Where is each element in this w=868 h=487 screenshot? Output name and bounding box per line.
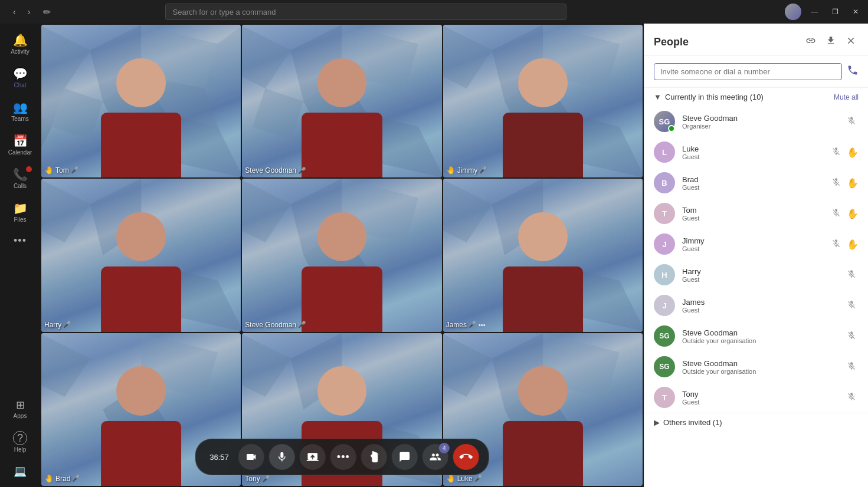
- participant-item-luke[interactable]: L Luke Guest ✋: [644, 137, 868, 167]
- sidebar-label-calls: Calls: [14, 183, 27, 189]
- close-button[interactable]: ✕: [848, 5, 863, 18]
- label-steve1: Steve Goodman: [245, 166, 296, 175]
- participant-actions-james: [844, 298, 859, 314]
- search-bar[interactable]: Search for or type a command: [165, 4, 566, 20]
- participant-item-tony[interactable]: T Tony Guest: [644, 382, 868, 413]
- back-button[interactable]: ‹: [9, 5, 19, 19]
- sidebar-item-device[interactable]: 💻: [4, 460, 37, 482]
- participant-name-tom: Tom: [682, 206, 822, 215]
- label-steve2: Steve Goodman: [245, 321, 296, 329]
- mute-participant-steve-ext2[interactable]: [844, 359, 859, 375]
- participant-info-steve-ext1: Steve Goodman Outside your organisation: [682, 328, 837, 344]
- participant-info-jimmy: Jimmy Guest: [682, 236, 822, 252]
- others-invited-header[interactable]: ▶ Others invited (1): [644, 413, 868, 432]
- files-icon: 📁: [13, 201, 28, 215]
- maximize-button[interactable]: ❐: [827, 5, 843, 18]
- sidebar-item-teams[interactable]: 👥 Teams: [4, 96, 37, 127]
- hand-raised-jimmy: ✋: [847, 239, 859, 250]
- chat-button[interactable]: [392, 444, 418, 470]
- sidebar-item-more[interactable]: •••: [4, 230, 37, 252]
- sidebar-label-chat: Chat: [14, 82, 26, 88]
- mute-participant-james[interactable]: [844, 298, 859, 314]
- video-cell-james[interactable]: James 🎤 •••: [443, 179, 643, 331]
- activity-icon: 🔔: [13, 33, 28, 47]
- sidebar-item-files[interactable]: 📁 Files: [4, 196, 37, 228]
- call-timer: 36:57: [205, 453, 234, 462]
- mute-participant-tom[interactable]: [829, 206, 843, 222]
- participant-role-luke: Guest: [682, 153, 822, 160]
- hand-raised-brad: ✋: [847, 177, 859, 189]
- mute-participant-harry[interactable]: [844, 267, 859, 283]
- sidebar-item-calendar[interactable]: 📅 Calendar: [4, 129, 37, 160]
- video-cell-harry[interactable]: Harry 🎤: [41, 179, 241, 331]
- video-cell-steve1[interactable]: Steve Goodman 🎤: [242, 25, 441, 177]
- participant-avatar-luke: L: [654, 142, 675, 163]
- participant-name-jimmy: Jimmy: [682, 236, 822, 245]
- video-cell-tom[interactable]: 🤚 Tom 🎤: [41, 25, 241, 177]
- participant-item-jimmy[interactable]: J Jimmy Guest ✋: [644, 229, 868, 259]
- mute-participant-luke[interactable]: [829, 144, 843, 160]
- minimize-button[interactable]: —: [806, 5, 823, 18]
- participant-item-steve-ext1[interactable]: SG Steve Goodman Outside your organisati…: [644, 321, 868, 351]
- camera-button[interactable]: [238, 444, 264, 470]
- mute-participant-steve-ext1[interactable]: [844, 328, 859, 344]
- title-bar-right: — ❐ ✕: [785, 4, 863, 20]
- participant-role-tony: Guest: [682, 399, 837, 406]
- forward-button[interactable]: ›: [24, 5, 34, 19]
- participant-role-steve-ext2: Outside your organisation: [682, 368, 837, 375]
- participant-actions-harry: [844, 267, 859, 283]
- participant-item-james[interactable]: J James Guest: [644, 290, 868, 321]
- sidebar-label-apps: Apps: [14, 413, 27, 419]
- search-placeholder: Search for or type a command: [173, 8, 276, 17]
- user-avatar[interactable]: [785, 4, 801, 20]
- participant-avatar-brad: B: [654, 172, 675, 193]
- participant-name-luke: Luke: [682, 144, 822, 153]
- mute-button[interactable]: [269, 444, 295, 470]
- sidebar-item-calls[interactable]: 📞 Calls: [4, 163, 37, 194]
- end-call-button[interactable]: [453, 444, 479, 470]
- label-brad: Brad: [55, 475, 70, 483]
- mute-participant-brad[interactable]: [829, 175, 843, 191]
- participant-item-steve-ext2[interactable]: SG Steve Goodman Outside your organisati…: [644, 351, 868, 382]
- sidebar-item-apps[interactable]: ⊞ Apps: [4, 394, 37, 424]
- mute-participant-jimmy[interactable]: [829, 236, 843, 252]
- participant-info-steve-organiser: Steve Goodman Organiser: [682, 114, 837, 130]
- current-meeting-section[interactable]: ▼ Currently in this meeting (10) Mute al…: [644, 88, 868, 106]
- panel-close-button[interactable]: [843, 33, 859, 51]
- participant-avatar-harry: H: [654, 264, 675, 285]
- participant-role-steve-ext1: Outside your organisation: [682, 337, 837, 344]
- video-cell-steve2[interactable]: Steve Goodman 🎤: [242, 179, 441, 331]
- nav-buttons: ‹ ›: [5, 5, 38, 19]
- panel-download-button[interactable]: [823, 33, 838, 51]
- mute-participant-tony[interactable]: [844, 390, 859, 406]
- participant-info-brad: Brad Guest: [682, 175, 822, 191]
- sidebar-label-teams: Teams: [11, 116, 28, 122]
- participant-avatar-steve-ext2: SG: [654, 356, 675, 377]
- participant-avatar-steve: SG: [654, 111, 675, 132]
- sidebar-label-calendar: Calendar: [8, 149, 32, 156]
- people-panel: People ▼: [644, 24, 868, 487]
- participant-item-brad[interactable]: B Brad Guest ✋: [644, 167, 868, 198]
- participant-name-steve-ext2: Steve Goodman: [682, 359, 837, 368]
- sidebar-item-activity[interactable]: 🔔 Activity: [4, 28, 37, 60]
- label-jimmy: Jimmy: [457, 166, 478, 175]
- share-button[interactable]: [300, 444, 326, 470]
- more-options-button[interactable]: •••: [330, 444, 356, 470]
- label-luke: Luke: [457, 475, 473, 483]
- mute-all-button[interactable]: Mute all: [834, 93, 859, 101]
- sidebar-item-chat[interactable]: 💬 Chat: [4, 62, 37, 93]
- apps-icon: ⊞: [16, 399, 25, 412]
- video-cell-jimmy[interactable]: 🤚 Jimmy 🎤: [443, 25, 643, 177]
- invite-input[interactable]: [654, 63, 842, 80]
- participant-item-steve-organiser[interactable]: SG Steve Goodman Organiser: [644, 106, 868, 137]
- sidebar-item-help[interactable]: ? Help: [4, 426, 37, 458]
- compose-icon[interactable]: ✏: [43, 6, 51, 18]
- participant-item-tom[interactable]: T Tom Guest ✋: [644, 198, 868, 229]
- panel-link-icon-button[interactable]: [803, 33, 818, 51]
- raise-hand-button[interactable]: [361, 444, 387, 470]
- invite-phone-button[interactable]: [847, 63, 859, 80]
- participants-button[interactable]: 4: [422, 444, 448, 470]
- participant-item-harry[interactable]: H Harry Guest: [644, 259, 868, 290]
- panel-header: People: [644, 24, 868, 56]
- mute-participant-steve-organiser[interactable]: [844, 114, 859, 130]
